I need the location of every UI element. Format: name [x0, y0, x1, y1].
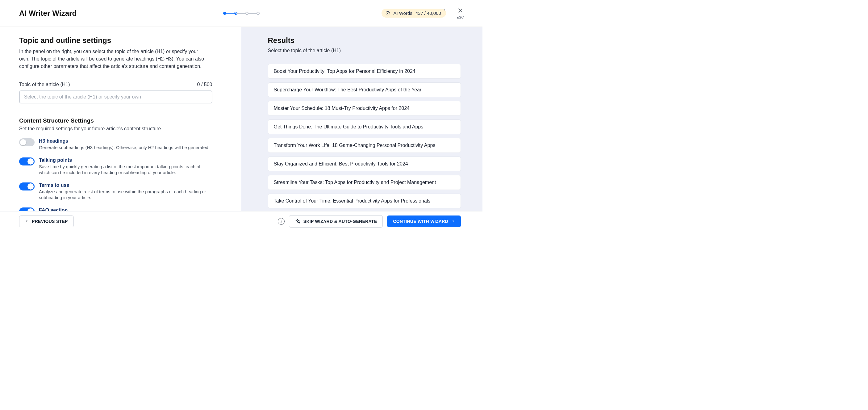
- result-item[interactable]: Boost Your Productivity: Top Apps for Pe…: [268, 64, 461, 79]
- skip-wizard-label: SKIP WIZARD & AUTO-GENERATE: [304, 219, 377, 224]
- result-item[interactable]: Take Control of Your Time: Essential Pro…: [268, 194, 461, 209]
- results-subtitle: Select the topic of the article (H1): [268, 48, 461, 54]
- sparkle-icon: [295, 219, 300, 224]
- topic-char-counter: 0 / 500: [197, 82, 212, 87]
- left-panel: Topic and outline settings In the panel …: [0, 27, 241, 211]
- toggle-text: Terms to useAnalyze and generate a list …: [39, 183, 212, 201]
- previous-step-button[interactable]: PREVIOUS STEP: [19, 216, 74, 227]
- topic-input[interactable]: [19, 91, 212, 103]
- section-title: Topic and outline settings: [19, 36, 212, 45]
- skip-wizard-button[interactable]: SKIP WIZARD & AUTO-GENERATE: [289, 215, 383, 227]
- footer: PREVIOUS STEP i SKIP WIZARD & AUTO-GENER…: [0, 211, 483, 231]
- result-item[interactable]: Streamline Your Tasks: Top Apps for Prod…: [268, 175, 461, 190]
- step-line: [237, 13, 245, 13]
- step-4-dot[interactable]: [256, 12, 259, 15]
- step-line: [226, 13, 234, 13]
- ai-words-badge[interactable]: AI Words 437 / 40,000 i: [381, 9, 446, 18]
- section-description: In the panel on the right, you can selec…: [19, 48, 208, 70]
- result-item[interactable]: Transform Your Work Life: 18 Game-Changi…: [268, 138, 461, 153]
- divider: [19, 111, 212, 111]
- toggle-talking[interactable]: [19, 157, 35, 165]
- toggle-text: FAQ section: [39, 208, 68, 211]
- result-item[interactable]: Stay Organized and Efficient: Best Produ…: [268, 157, 461, 171]
- structure-description: Set the required settings for your futur…: [19, 126, 212, 131]
- toggle-title: Terms to use: [39, 183, 212, 188]
- toggle-row-terms: Terms to useAnalyze and generate a list …: [19, 183, 212, 201]
- toggle-row-talking: Talking pointsSave time by quickly gener…: [19, 157, 212, 176]
- ai-words-label: AI Words: [393, 10, 412, 16]
- esc-label: ESC: [457, 15, 464, 19]
- result-item[interactable]: Master Your Schedule: 18 Must-Try Produc…: [268, 101, 461, 116]
- gauge-icon: [385, 11, 390, 16]
- toggle-title: FAQ section: [39, 208, 68, 211]
- toggle-desc: Save time by quickly generating a list o…: [39, 164, 212, 176]
- previous-step-label: PREVIOUS STEP: [32, 219, 68, 224]
- wizard-stepper: [223, 12, 259, 15]
- chevron-right-icon: [451, 219, 455, 224]
- toggle-h3[interactable]: [19, 138, 35, 146]
- toggle-desc: Analyze and generate a list of terms to …: [39, 189, 212, 201]
- svg-point-1: [388, 13, 388, 13]
- topic-label: Topic of the article (H1): [19, 82, 70, 87]
- step-line: [248, 13, 256, 13]
- toggle-row-faq: FAQ section: [19, 208, 212, 211]
- toggle-desc: Generate subheadings (H3 headings). Othe…: [39, 145, 210, 151]
- toggle-text: Talking pointsSave time by quickly gener…: [39, 157, 212, 176]
- results-list: Boost Your Productivity: Top Apps for Pe…: [268, 64, 461, 209]
- results-panel: Results Select the topic of the article …: [241, 27, 483, 211]
- toggle-terms[interactable]: [19, 183, 35, 190]
- toggle-title: Talking points: [39, 157, 212, 163]
- info-icon[interactable]: i: [444, 7, 444, 11]
- structure-title: Content Structure Settings: [19, 117, 212, 124]
- chevron-left-icon: [25, 219, 29, 224]
- page-title: AI Writer Wizard: [19, 9, 76, 18]
- toggle-title: H3 headings: [39, 138, 210, 144]
- step-3-dot[interactable]: [245, 12, 248, 15]
- step-1-dot[interactable]: [223, 12, 226, 15]
- header: AI Writer Wizard AI Words: [0, 0, 483, 27]
- body: Topic and outline settings In the panel …: [0, 27, 483, 211]
- result-item[interactable]: Get Things Done: The Ultimate Guide to P…: [268, 120, 461, 134]
- toggle-text: H3 headingsGenerate subheadings (H3 head…: [39, 138, 210, 151]
- continue-wizard-button[interactable]: CONTINUE WITH WIZARD: [387, 216, 461, 227]
- info-icon[interactable]: i: [278, 218, 285, 225]
- step-2-dot[interactable]: [234, 12, 237, 15]
- close-icon: [457, 7, 463, 15]
- result-item[interactable]: Supercharge Your Workflow: The Best Prod…: [268, 83, 461, 97]
- continue-wizard-label: CONTINUE WITH WIZARD: [393, 219, 448, 224]
- toggle-faq[interactable]: [19, 208, 35, 211]
- toggle-row-h3: H3 headingsGenerate subheadings (H3 head…: [19, 138, 212, 151]
- close-button[interactable]: ESC: [457, 7, 464, 19]
- ai-words-count: 437 / 40,000: [415, 10, 441, 16]
- results-title: Results: [268, 36, 461, 45]
